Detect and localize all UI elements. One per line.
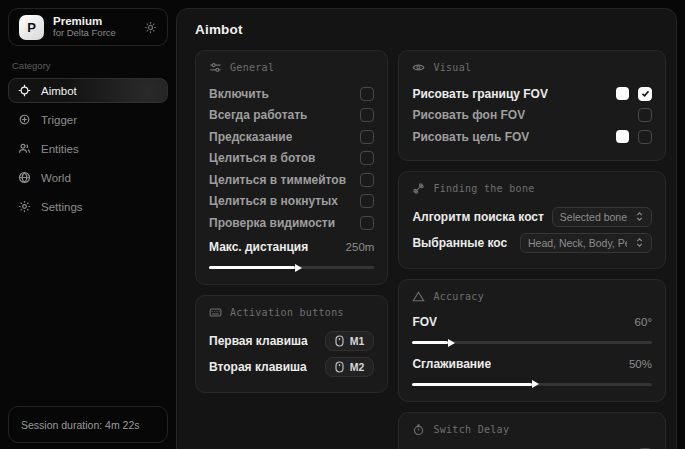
checkbox[interactable] [638,108,652,122]
checkbox[interactable] [360,130,374,144]
gear-icon[interactable] [144,21,157,34]
select-row: Выбранные кос Head, Neck, Body, Pe.. [412,230,652,256]
option-row: Целиться в нокнутых [209,191,374,213]
selected-bones-select[interactable]: Head, Neck, Body, Pe.. [520,233,652,253]
triangle-icon [412,290,425,303]
option-row: Рисовать фон FOV [412,105,652,127]
visual-card: Visual Рисовать границу FOV Рисовать [398,50,666,161]
checkbox[interactable] [638,87,652,101]
slider-label: Сглаживание [412,357,491,371]
sidebar-item-label: Entities [41,143,79,155]
slider-value: 50% [629,358,652,370]
accuracy-card: Accuracy FOV 60° Сглаживание 50% [398,279,666,402]
option-row: Рисовать цель FOV [412,126,652,148]
slider-value: 60° [635,316,652,328]
entities-icon [18,142,31,155]
slider-thumb[interactable] [448,339,455,347]
option-label: Всегда работать [209,108,307,122]
bone-icon [412,182,425,195]
fov-slider[interactable] [412,341,652,344]
section-title: Finding the bone [433,183,534,194]
checkbox[interactable] [360,173,374,187]
check-icon [641,89,650,98]
color-swatch[interactable] [616,130,629,143]
slider-value: 250m [346,241,375,253]
option-label: Целиться в ботов [209,151,315,165]
checkbox[interactable] [360,108,374,122]
page-title: Aimbot [195,22,666,37]
checkbox[interactable] [360,194,374,208]
slider-label: FOV [412,315,437,329]
checkbox[interactable] [360,87,374,101]
option-label: Рисовать границу FOV [412,87,548,101]
sidebar-nav: Aimbot Trigger Entities [0,78,176,219]
option-label: Включить [209,87,269,101]
keybind-value: M2 [350,361,365,373]
keybind-button-m1[interactable]: M1 [325,331,375,351]
timer-icon [412,423,425,436]
option-label: Проверка видимости [209,216,335,230]
keybind-button-m2[interactable]: M2 [325,357,375,377]
category-label: Category [12,60,164,71]
mouse-icon [335,361,344,373]
sidebar-item-label: Aimbot [41,85,77,97]
globe-icon [18,171,31,184]
smoothing-slider[interactable] [412,383,652,386]
option-row: Целиться в тиммейтов [209,169,374,191]
option-row: Целиться в ботов [209,148,374,170]
slider-thumb[interactable] [532,380,539,388]
bone-card: Finding the bone Алгоритм поиска кост Se… [398,171,666,269]
section-title: Activation buttons [230,307,344,318]
checkbox[interactable] [360,151,374,165]
eye-icon [412,61,425,74]
sidebar-item-settings[interactable]: Settings [8,194,168,219]
select-value: Head, Neck, Body, Pe.. [528,237,627,249]
sidebar-item-label: Settings [41,201,83,213]
option-label: Рисовать фон FOV [412,108,525,122]
keybind-label: Вторая клавиша [209,360,307,374]
option-row: Проверка видимости [209,212,374,234]
keyboard-icon [209,306,222,319]
chevron-up-down-icon [635,237,644,248]
sidebar-item-label: Trigger [41,114,77,126]
activation-card: Activation buttons Первая клавиша M1 [195,295,388,393]
switch-delay-card: Switch Delay Задержка переключения Задер… [398,412,666,449]
sidebar-item-aimbot[interactable]: Aimbot [8,78,168,103]
sidebar: P Premium for Delta Force Category Aimbo… [0,0,176,449]
sidebar-item-entities[interactable]: Entities [8,136,168,161]
sliders-icon [209,61,222,74]
option-row: Рисовать границу FOV [412,83,652,105]
slider-thumb[interactable] [295,264,302,272]
sidebar-item-trigger[interactable]: Trigger [8,107,168,132]
brand-subtitle: for Delta Force [53,28,135,39]
option-row: Задержка переключения [412,445,652,449]
chevron-up-down-icon [635,211,644,222]
keybind-value: M1 [350,335,365,347]
checkbox[interactable] [638,130,652,144]
color-swatch[interactable] [616,87,629,100]
keybind-row: Вторая клавиша M2 [209,354,374,380]
section-title: General [230,62,274,73]
right-column: Visual Рисовать границу FOV Рисовать [398,50,666,449]
general-card: General Включить Всегда работать Предска… [195,50,388,285]
option-row: Всегда работать [209,105,374,127]
keybind-row: Первая клавиша M1 [209,328,374,354]
select-row: Алгоритм поиска кост Selected bone [412,204,652,230]
bone-algorithm-select[interactable]: Selected bone [552,207,652,227]
mouse-icon [335,335,344,347]
session-box: Session duration: 4m 22s [8,406,168,443]
keybind-label: Первая клавиша [209,334,308,348]
slider-label: Макс. дистанция [209,240,308,254]
option-row: Включить [209,83,374,105]
select-value: Selected bone [560,211,627,223]
select-label: Алгоритм поиска кост [412,210,543,224]
sidebar-item-label: World [41,172,71,184]
brand-text: Premium for Delta Force [53,15,135,39]
max-distance-slider[interactable] [209,266,374,269]
checkbox[interactable] [360,216,374,230]
sidebar-item-world[interactable]: World [8,165,168,190]
option-row: Предсказание [209,126,374,148]
select-label: Выбранные кос [412,236,507,250]
crosshair-icon [18,84,31,97]
gear-icon [18,200,31,213]
